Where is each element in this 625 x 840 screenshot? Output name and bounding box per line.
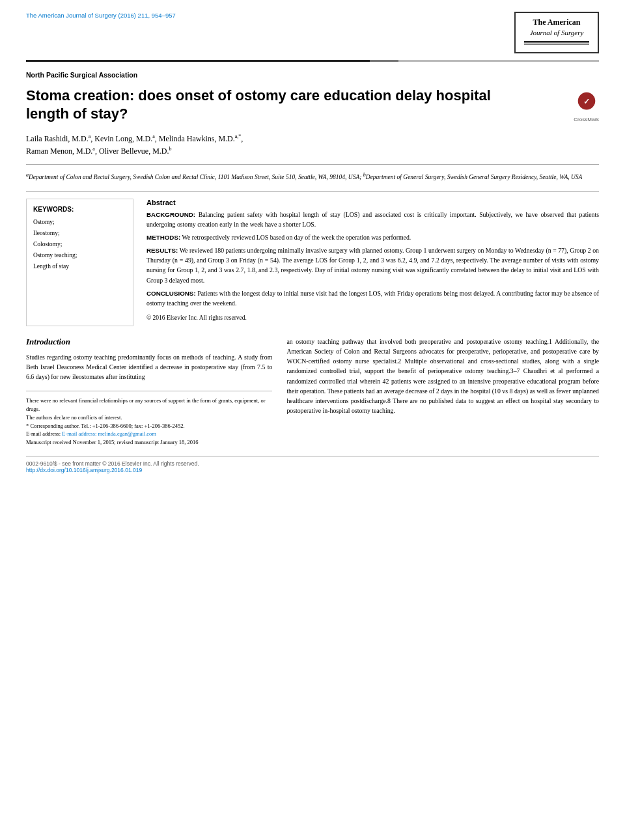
abstract-body: BACKGROUND: Balancing patient safety wit… (146, 210, 599, 323)
body-section: Introduction Studies regarding ostomy te… (26, 337, 599, 447)
authors-list: Laila Rashidi, M.D.a, Kevin Long, M.D.a,… (26, 133, 599, 158)
abstract-methods: We retrospectively reviewed LOS based on… (182, 234, 411, 241)
keyword-4: Ostomy teaching; (33, 250, 126, 261)
keyword-1: Ostomy; (33, 217, 126, 228)
top-bar: The American Journal of Surgery (2016) 2… (0, 0, 625, 60)
bottom-bar: 0002-9610/$ - see front matter © 2016 El… (26, 456, 599, 473)
doi-link[interactable]: http://dx.doi.org/10.1016/j.amjsurg.2016… (26, 467, 142, 473)
divider-after-authors (26, 164, 599, 165)
main-content: North Pacific Surgical Association Stoma… (0, 62, 625, 486)
footnote-email-label: E-mail address: (26, 430, 62, 437)
abstract-results: We reviewed 180 patients undergoing mini… (146, 247, 599, 284)
keyword-3: Colostomy; (33, 239, 126, 250)
keywords-column: KEYWORDS: Ostomy; Ileostomy; Colostomy; … (26, 199, 133, 326)
journal-reference: The American Journal of Surgery (2016) 2… (26, 12, 176, 19)
affiliations: aDepartment of Colon and Rectal Surgery,… (26, 171, 599, 182)
page: The American Journal of Surgery (2016) 2… (0, 0, 625, 840)
crossmark-icon: ✓ (574, 90, 599, 115)
logo-title-line2: Journal of Surgery (522, 28, 591, 38)
crossmark-label: CrossMark (574, 117, 599, 122)
body-right-column: an ostomy teaching pathway that involved… (286, 337, 599, 447)
journal-logo: The American Journal of Surgery (514, 12, 599, 53)
keyword-2: Ileostomy; (33, 228, 126, 239)
body-left-column: Introduction Studies regarding ostomy te… (26, 337, 272, 447)
footnote-email[interactable]: E-mail address: melinda.egan@gmail.com (62, 430, 156, 437)
introduction-paragraph1: Studies regarding ostomy teaching predom… (26, 352, 272, 382)
abstract-title: Abstract (146, 199, 599, 206)
abstract-conclusions: Patients with the longest delay to initi… (146, 290, 599, 307)
svg-rect-1 (524, 44, 589, 45)
crossmark-container: ✓ CrossMark (574, 90, 599, 122)
abstract-background: Balancing patient safety with hospital l… (146, 211, 599, 228)
svg-text:✓: ✓ (583, 96, 590, 105)
article-title: Stoma creation: does onset of ostomy car… (26, 87, 534, 124)
abstract-column: Abstract BACKGROUND: Balancing patient s… (146, 199, 599, 326)
article-header: Stoma creation: does onset of ostomy car… (26, 87, 599, 124)
abstract-copyright: © 2016 Elsevier Inc. All rights reserved… (146, 313, 599, 323)
keywords-abstract-section: KEYWORDS: Ostomy; Ileostomy; Colostomy; … (26, 199, 599, 326)
keywords-title: KEYWORDS: (33, 206, 126, 213)
association-label: North Pacific Surgical Association (26, 71, 599, 79)
footnote-section: There were no relevant financial relatio… (26, 391, 272, 447)
svg-rect-0 (524, 41, 589, 43)
introduction-title: Introduction (26, 337, 272, 347)
keyword-5: Length of stay (33, 261, 126, 272)
bottom-bar-text: 0002-9610/$ - see front matter © 2016 El… (26, 460, 199, 467)
footnote-1: There were no relevant financial relatio… (26, 397, 272, 447)
introduction-paragraph-right: an ostomy teaching pathway that involved… (286, 337, 599, 415)
logo-title-line1: The American (522, 17, 591, 28)
divider-before-abstract (26, 191, 599, 192)
